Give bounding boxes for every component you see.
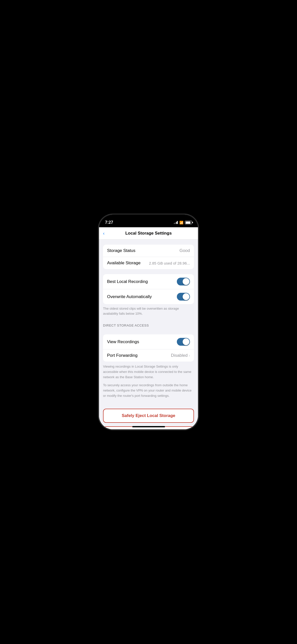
signal-icon (174, 221, 178, 224)
storage-status-value: Good (179, 248, 190, 253)
direct-storage-section: View Recordings Port Forwarding Disabled… (103, 334, 194, 362)
battery-icon (185, 221, 192, 224)
direct-storage-header: DIRECT STORAGE ACCESS (99, 319, 198, 329)
safely-eject-button[interactable]: Safely Eject Local Storage (103, 409, 194, 423)
status-icons: 📶 (174, 221, 192, 224)
overwrite-automatically-row: Overwrite Automatically (103, 289, 194, 304)
direct-storage-note2: To securely access your recordings from … (103, 383, 194, 398)
notes-section: Viewing recordings in Local Storage Sett… (99, 362, 198, 403)
view-recordings-label: View Recordings (107, 339, 139, 344)
view-recordings-row: View Recordings (103, 334, 194, 349)
available-storage-row: Available Storage 2.85 GB used of 28.96.… (103, 257, 194, 269)
port-forwarding-label: Port Forwarding (107, 353, 138, 358)
best-local-recording-label: Best Local Recording (107, 279, 148, 284)
port-forwarding-row[interactable]: Port Forwarding Disabled › (103, 349, 194, 362)
view-recordings-toggle[interactable] (177, 338, 190, 346)
home-indicator (132, 426, 165, 427)
storage-status-row: Storage Status Good (103, 245, 194, 257)
available-storage-label: Available Storage (107, 261, 141, 266)
storage-status-section: Storage Status Good Available Storage 2.… (103, 245, 194, 269)
best-local-recording-toggle[interactable] (177, 278, 190, 285)
status-bar: 7:27 📶 (99, 215, 198, 227)
overwrite-automatically-label: Overwrite Automatically (107, 294, 152, 299)
nav-header: ‹ Local Storage Settings (99, 227, 198, 240)
best-local-recording-row: Best Local Recording (103, 274, 194, 289)
back-button[interactable]: ‹ (103, 231, 105, 236)
direct-storage-note1: Viewing recordings in Local Storage Sett… (103, 364, 194, 380)
overwrite-note: The oldest stored clips will be overwrit… (99, 304, 198, 319)
recording-section: Best Local Recording Overwrite Automatic… (103, 274, 194, 304)
bottom-buttons: Safely Eject Local Storage Format USB De… (99, 403, 198, 429)
wifi-icon: 📶 (179, 221, 183, 224)
available-storage-value: 2.85 GB used of 28.96... (149, 261, 190, 265)
time-display: 7:27 (105, 220, 113, 225)
overwrite-automatically-toggle[interactable] (177, 293, 190, 301)
storage-status-label: Storage Status (107, 248, 135, 253)
content-area: ‹ Local Storage Settings Storage Status … (99, 227, 198, 429)
chevron-right-icon: › (189, 353, 190, 358)
port-forwarding-value: Disabled (171, 353, 188, 358)
page-title: Local Storage Settings (104, 231, 193, 236)
port-forwarding-value-container: Disabled › (171, 353, 190, 358)
